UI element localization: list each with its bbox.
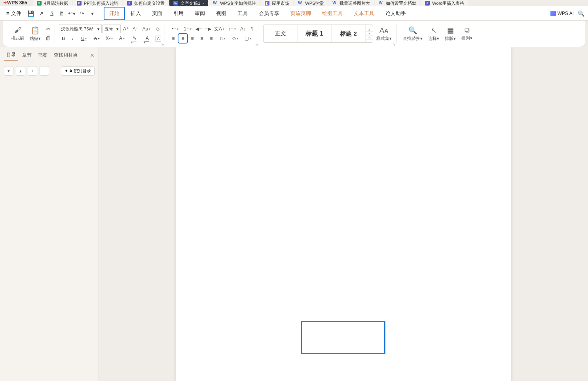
sort-icon[interactable]: A↓ [239, 25, 247, 33]
font-group: 汉仪雅酷黑 75W▾ 五号▾ A⁺ A⁻ Aa ◇ B I U A X² A ✎… [57, 21, 165, 47]
style-set-button[interactable]: Aᴀ样式集▾ [374, 25, 394, 43]
paragraph-spacing-button[interactable]: ⎍ [216, 34, 228, 43]
decrease-indent-icon[interactable]: ◀≡ [194, 25, 203, 33]
text-effects-button[interactable]: A [116, 34, 128, 43]
text-direction-button[interactable]: 文A [213, 25, 225, 33]
bold-button[interactable]: B [59, 34, 68, 43]
paste-button[interactable]: 📋粘贴▾ [27, 25, 43, 43]
align-center-icon[interactable]: ≡ [178, 34, 187, 43]
font-color-button[interactable]: A [141, 34, 153, 43]
numbering-button[interactable]: 1≡ [182, 25, 193, 33]
cut-icon[interactable]: ✂ [44, 25, 53, 33]
wps-ai-button[interactable]: WPS AI [550, 11, 574, 16]
print-icon[interactable]: 🖨 [48, 10, 55, 17]
menu-tab-审阅[interactable]: 审阅 [189, 7, 211, 20]
menu-tab-视图[interactable]: 视图 [211, 7, 232, 20]
increase-font-icon[interactable]: A⁺ [121, 25, 130, 33]
document-tab[interactable]: WWPS学堂 [294, 0, 328, 6]
menu-tab-页面[interactable]: 页面 [146, 7, 168, 20]
style-gallery-scroll[interactable]: ▴▾⋯ [366, 28, 373, 40]
collapse-icon[interactable]: ▴ [16, 66, 25, 76]
document-tab[interactable]: P如何自定义设置 [123, 0, 169, 6]
menu-tab-会员专享[interactable]: 会员专享 [253, 7, 285, 20]
menu-tab-引用[interactable]: 引用 [168, 7, 189, 20]
style-heading1[interactable]: 标题 1 [298, 25, 332, 42]
search-icon[interactable]: 🔍 [578, 10, 584, 17]
document-tab[interactable]: WWPS文字如何批注 [209, 0, 260, 6]
copy-icon[interactable]: 🗐 [44, 34, 53, 43]
file-menu[interactable]: ≡文件 [4, 8, 24, 19]
font-dialog-launcher-icon[interactable]: ↘ [161, 42, 164, 46]
decrease-font-icon[interactable]: A⁻ [131, 25, 140, 33]
shading-button[interactable]: ◇ [229, 34, 241, 43]
document-canvas[interactable]: 页脚 # 插入页码▾ ▦ ▾ ↵ [99, 47, 588, 381]
document-tab[interactable]: ◧应用市场 [261, 0, 293, 6]
line-spacing-button[interactable]: ↕≡ [226, 25, 238, 33]
doc-type-icon: ◧ [265, 1, 269, 6]
document-tab[interactable]: W如何设置文档默 [375, 0, 420, 6]
expand-icon[interactable]: ▾ [4, 66, 13, 76]
doc-type-icon: W [213, 1, 218, 6]
document-tab[interactable]: W批量调整图片大 [328, 0, 374, 6]
strikethrough-button[interactable]: A [91, 34, 102, 43]
clear-format-icon[interactable]: ◇ [153, 25, 162, 33]
paragraph-group: •≡ 1≡ ◀≡ ≡▶ 文A ↕≡ A↓ ¶ ≡ ≡ ≡ ≡ ≡ ⎍ ◇ ▢ ↘ [167, 21, 259, 47]
font-family-combo[interactable]: 汉仪雅酷黑 75W▾ [59, 25, 102, 33]
nav-tab-find[interactable]: 查找和替换 [51, 50, 80, 60]
menu-tab-工具[interactable]: 工具 [232, 7, 253, 20]
style-gallery[interactable]: 正文 标题 1 标题 2 ▴▾⋯ [263, 25, 373, 43]
remove-heading-icon[interactable]: − [40, 66, 49, 76]
char-shading-button[interactable]: A [154, 34, 163, 43]
undo-icon[interactable]: ↶▾ [69, 10, 75, 17]
doc-type-icon: S [37, 1, 42, 6]
close-icon[interactable]: ✕ [90, 52, 95, 59]
change-case-icon[interactable]: Aa [140, 25, 152, 33]
bullets-button[interactable]: •≡ [169, 25, 181, 33]
menu-tab-开始[interactable]: 开始 [104, 7, 125, 20]
print-preview-icon[interactable]: 🗎 [59, 10, 65, 17]
italic-button[interactable]: I [68, 34, 77, 43]
style-heading2[interactable]: 标题 2 [332, 25, 366, 42]
document-tab[interactable]: S4月清洗数据 [33, 0, 72, 6]
nav-tab-chapter[interactable]: 章节 [20, 50, 34, 60]
nav-tools: ▾ ▴ + − ✦AI识别目录 [0, 64, 99, 78]
nav-tab-toc[interactable]: 目录 [4, 50, 18, 61]
page: 页脚 # 插入页码▾ ▦ ▾ ↵ [176, 47, 511, 381]
underline-button[interactable]: U [78, 34, 90, 43]
save-icon[interactable]: 💾 [28, 10, 34, 17]
document-tab[interactable]: PWord里插入表格 [421, 0, 468, 6]
find-replace-button[interactable]: 🔍查找替换▾ [400, 25, 425, 43]
font-size-combo[interactable]: 五号▾ [102, 25, 121, 33]
menu-tab-论文助手[interactable]: 论文助手 [380, 7, 412, 20]
nav-tab-bookmark[interactable]: 书签 [36, 50, 50, 60]
export-icon[interactable]: ↗ [38, 10, 44, 17]
menu-tab-绘图工具[interactable]: 绘图工具 [317, 7, 348, 20]
borders-button[interactable]: ▢ [242, 34, 254, 43]
menu-tab-页眉页脚[interactable]: 页眉页脚 [285, 7, 317, 20]
align-right-icon[interactable]: ≡ [188, 34, 197, 43]
select-button[interactable]: ↖选择▾ [426, 25, 442, 43]
redo-icon[interactable]: ↷ [79, 10, 85, 17]
quick-access-more-icon[interactable]: ▾ [89, 10, 96, 17]
tab-label: WPS文字如何批注 [220, 0, 256, 6]
quick-access: ≡文件 💾 ↗ 🖨 🗎 ↶▾ ↷ ▾ [4, 8, 96, 19]
paragraph-dialog-launcher-icon[interactable]: ↘ [255, 42, 258, 46]
ai-recognize-toc-button[interactable]: ✦AI识别目录 [61, 66, 95, 76]
show-marks-icon[interactable]: ¶ [248, 25, 257, 33]
highlight-color-button[interactable]: ✎ [129, 34, 140, 43]
menu-tab-文本工具[interactable]: 文本工具 [348, 7, 380, 20]
add-heading-icon[interactable]: + [28, 66, 37, 76]
document-tab[interactable]: W文字文稿1• [169, 0, 208, 6]
menu-tab-插入[interactable]: 插入 [125, 7, 146, 20]
superscript-button[interactable]: X² [103, 34, 115, 43]
style-normal[interactable]: 正文 [264, 25, 298, 42]
layout-button[interactable]: ▤排版▾ [442, 25, 458, 43]
align-distribute-icon[interactable]: ≡ [207, 34, 216, 43]
align-left-icon[interactable]: ≡ [169, 34, 178, 43]
format-painter-button[interactable]: 🖌格式刷 [9, 25, 27, 43]
document-tab[interactable]: PPPT如何插入超链 [73, 0, 122, 6]
increase-indent-icon[interactable]: ≡▶ [204, 25, 212, 33]
styles-dialog-launcher-icon[interactable]: ↘ [393, 42, 396, 46]
arrange-button[interactable]: ⧉排列▾ [459, 25, 475, 43]
align-justify-icon[interactable]: ≡ [197, 34, 206, 43]
